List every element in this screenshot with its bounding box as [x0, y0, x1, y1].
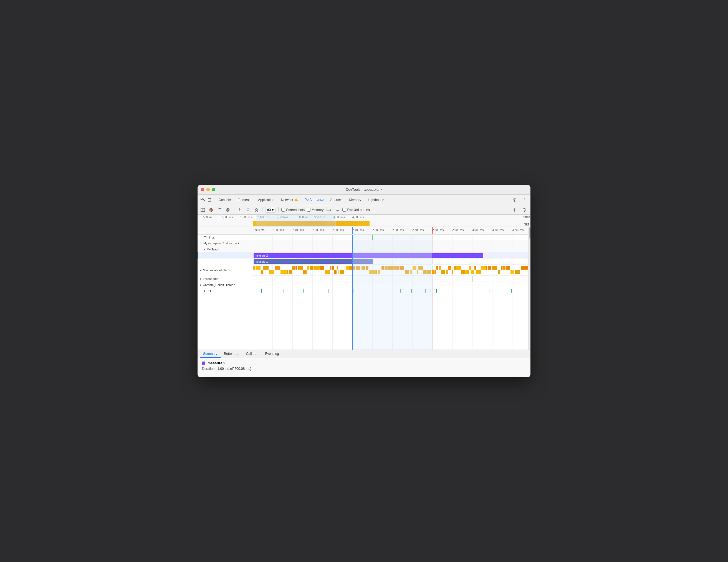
clear-icon[interactable]	[225, 207, 231, 213]
my-group-label[interactable]: My Group — Custom track	[198, 240, 253, 246]
measure1-bar[interactable]: measure 1	[254, 259, 373, 264]
memory-checkbox-label[interactable]: Memory	[307, 208, 323, 212]
main-track[interactable]: // This will be rendered via inline styl…	[253, 264, 528, 276]
main-chevron	[200, 269, 202, 271]
rl-2400: 2,400 ms	[352, 228, 364, 231]
svg-text:!: !	[296, 199, 296, 201]
thread-pool-chevron	[200, 277, 202, 280]
inspect-icon[interactable]	[200, 197, 206, 203]
summary-tab[interactable]: Summary	[200, 350, 221, 358]
gpu-line	[467, 289, 467, 293]
svg-point-24	[337, 210, 338, 211]
tick-3000: 3,000 ms	[297, 216, 308, 219]
screenshots-checkbox[interactable]	[281, 208, 285, 211]
network-warning-icon: !	[294, 198, 298, 202]
screenshots-checkbox-label[interactable]: Screenshots	[281, 208, 305, 212]
summary-content: measure 2 Duration 1.00 s (self 500.08 m…	[198, 358, 530, 374]
track-chevron	[203, 248, 206, 251]
devtools-window: DevTools - about:blank Console	[198, 185, 530, 377]
toolbar-separator-1	[234, 207, 234, 212]
summary-item: measure 2	[202, 361, 526, 365]
measure1-track[interactable]: measure 1	[253, 258, 528, 264]
help-icon[interactable]: ?	[520, 206, 528, 214]
toolbar-separator-3	[278, 207, 279, 212]
measure2-track[interactable]: measure 2	[253, 252, 528, 258]
memory-checkbox[interactable]	[307, 208, 310, 211]
summary-duration-row: Duration 1.00 s (self 500.08 ms)	[202, 367, 526, 371]
bottomup-tab[interactable]: Bottom-up	[221, 350, 242, 358]
gpu-line	[511, 289, 512, 293]
tab-lighthouse[interactable]: Lighthouse	[365, 195, 388, 205]
group-chevron	[200, 242, 202, 244]
bottom-panel: Summary Bottom-up Call tree Event log me…	[198, 350, 530, 377]
vertical-scrollbar[interactable]	[528, 227, 530, 350]
refresh-icon[interactable]	[216, 207, 223, 213]
window-title: DevTools - about:blank	[346, 187, 382, 191]
rl-2000: 2,000 ms	[272, 228, 284, 231]
toolbar: #3 ▾ Screenshots Memory	[198, 205, 530, 215]
gpu-label: GPU	[198, 288, 253, 294]
scrollbar-thumb[interactable]	[529, 227, 530, 238]
cpu-label: CPU	[524, 216, 529, 219]
minimize-button[interactable]	[206, 188, 210, 191]
tick-500: 500 ms	[203, 216, 212, 219]
upload-icon[interactable]	[237, 207, 243, 213]
tick-1500: 1,500 ms	[240, 216, 252, 219]
settings-icon[interactable]	[510, 196, 518, 204]
gpu-line	[425, 289, 426, 293]
rl-2900: 2,900 ms	[452, 228, 464, 231]
svg-rect-2	[211, 199, 212, 201]
close-button[interactable]	[201, 188, 204, 191]
memory-detail-icon[interactable]	[326, 207, 332, 213]
main-time-ruler: 1,900 ms 2,000 ms 2,100 ms 2,200 ms 2,30…	[253, 227, 528, 234]
tab-memory[interactable]: Memory	[346, 195, 365, 205]
tick-4000: 4,000 ms	[333, 216, 345, 219]
thread-pool-track	[253, 276, 528, 282]
rl-2500: 2,500 ms	[372, 228, 384, 231]
svg-rect-19	[328, 210, 329, 210]
download-icon[interactable]	[245, 207, 251, 213]
tab-sources[interactable]: Sources	[327, 195, 346, 205]
main-label[interactable]: Main — about:blank	[198, 264, 253, 276]
device-icon[interactable]	[207, 197, 213, 203]
title-bar: DevTools - about:blank	[198, 185, 530, 195]
recording-label: #3	[267, 208, 271, 212]
tab-elements[interactable]: Elements	[234, 195, 255, 205]
svg-rect-0	[201, 198, 203, 200]
measure1-row-label	[198, 258, 253, 264]
my-track-label[interactable]: My Track	[198, 246, 253, 252]
tab-network[interactable]: Network !	[278, 195, 301, 205]
maximize-button[interactable]	[212, 188, 215, 191]
thread-pool-label[interactable]: Thread pool	[198, 276, 253, 282]
thread-pool-marker	[472, 276, 473, 282]
my-group-track	[253, 240, 528, 246]
svg-point-5	[514, 199, 515, 200]
calltree-tab[interactable]: Call tree	[243, 350, 262, 358]
summary-color-dot	[202, 362, 205, 365]
tracks-container: measure 2 measure 1	[253, 234, 528, 350]
rl-3200: 3,200 ms	[512, 228, 524, 231]
settings2-icon[interactable]	[510, 206, 518, 214]
record-icon[interactable]	[208, 207, 214, 213]
dim-3rd-checkbox[interactable]	[342, 208, 346, 211]
chrome-io-label[interactable]: Chrome_ChildIOThread	[198, 282, 253, 288]
measure2-row-label	[198, 252, 253, 258]
gpu-line	[303, 289, 304, 293]
more-icon[interactable]	[520, 196, 528, 204]
tab-application[interactable]: Application	[255, 195, 278, 205]
timing-marker	[372, 234, 373, 240]
recording-select[interactable]: #3 ▾	[265, 207, 275, 213]
rl-3100: 3,100 ms	[492, 228, 504, 231]
tab-performance[interactable]: Performance	[301, 195, 327, 205]
measure2-bar[interactable]: measure 2	[254, 253, 483, 258]
dim-3rd-checkbox-label[interactable]: Dim 3rd parties	[342, 208, 370, 212]
panel-toggle-icon[interactable]	[200, 207, 206, 213]
rl-2300: 2,300 ms	[332, 228, 344, 231]
gpu-line	[284, 289, 284, 293]
tick-1000: 1,000 ms	[221, 216, 233, 219]
svg-rect-20	[330, 210, 330, 210]
eventlog-tab[interactable]: Event log	[262, 350, 282, 358]
home-icon[interactable]	[253, 207, 259, 213]
tab-console[interactable]: Console	[215, 195, 234, 205]
separator-adjust-icon[interactable]	[334, 207, 340, 213]
